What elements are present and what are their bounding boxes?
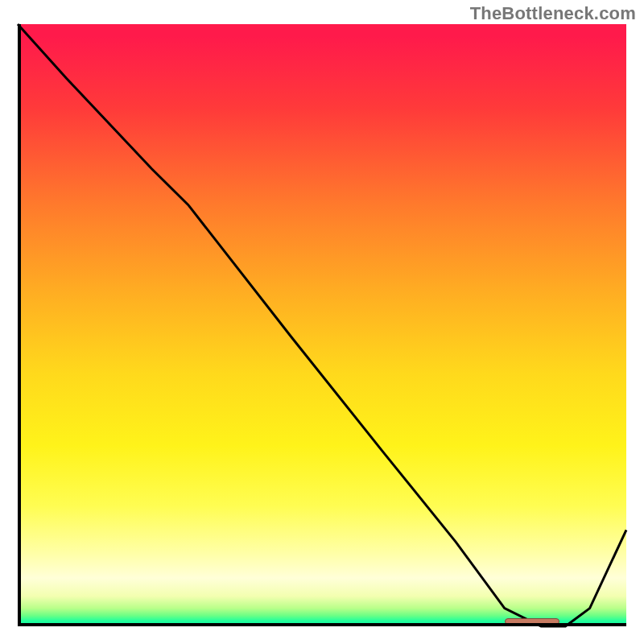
y-axis bbox=[18, 24, 21, 626]
chart-container: TheBottleneck.com bbox=[0, 0, 644, 644]
line-chart bbox=[18, 24, 626, 626]
curve-line bbox=[18, 24, 626, 626]
watermark-text: TheBottleneck.com bbox=[470, 3, 636, 24]
plot-area bbox=[18, 24, 626, 626]
x-axis bbox=[18, 623, 626, 626]
